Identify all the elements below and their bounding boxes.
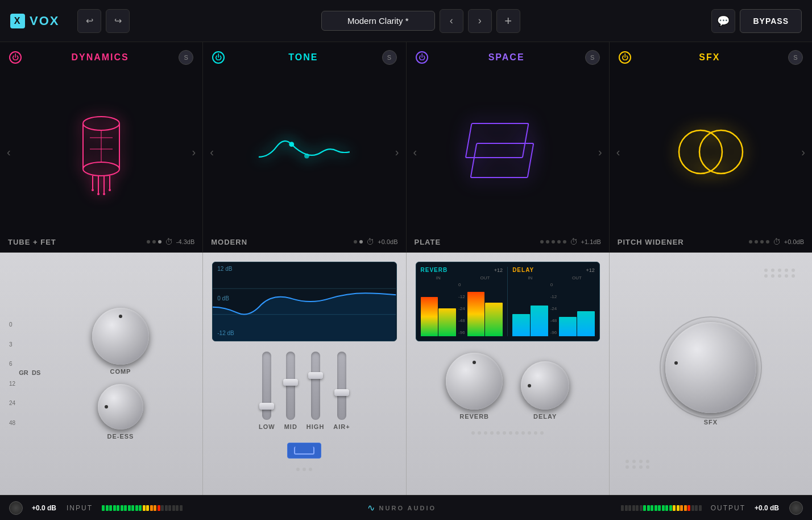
comp-knob[interactable] [92, 308, 149, 365]
in-seg-21 [176, 505, 179, 511]
out-seg-6 [640, 505, 643, 511]
air-slider-group: AIR+ [333, 352, 350, 430]
mid-slider-group: MID [284, 352, 297, 430]
space-title: SPACE [434, 52, 579, 63]
delay-out-bar2 [577, 311, 595, 336]
sfx-title: SFX [637, 52, 782, 63]
delay-out-bars [559, 280, 595, 336]
knob-group: COMP DE-ESS [48, 308, 194, 440]
svg-point-20 [699, 130, 743, 174]
sfx-next-button[interactable]: › [797, 141, 810, 163]
deess-knob-container: DE-ESS [98, 384, 143, 440]
low-label: LOW [259, 423, 275, 430]
mid-slider[interactable] [286, 352, 295, 420]
redo-button[interactable]: ↪ [106, 9, 130, 33]
preset-next-button[interactable]: › [468, 9, 492, 33]
in-seg-22 [180, 505, 183, 511]
delay-out-group: OUT [559, 275, 595, 336]
output-meter-strip [621, 505, 702, 511]
space-power-button[interactable]: ⏻ [416, 51, 428, 64]
sfx-knob-dot [674, 361, 678, 365]
app-logo: X VOX [10, 14, 61, 28]
out-seg-8 [647, 505, 650, 511]
preset-name-display[interactable]: Modern Clarity * [321, 11, 435, 31]
sfx-controls: SFX [610, 253, 812, 495]
message-button[interactable]: 💬 [711, 9, 735, 33]
sfx-knob[interactable] [665, 322, 756, 413]
output-level-indicator[interactable] [789, 501, 803, 515]
tone-prev-button[interactable]: ‹ [205, 141, 218, 163]
bypass-button[interactable]: BYPASS [740, 9, 802, 33]
delay-knob-label: DELAY [533, 413, 557, 420]
brand-center: ∿ NURO AUDIO [192, 502, 612, 513]
dynamics-inner: 0 3 6 12 24 48 GR [9, 262, 193, 486]
dynamics-prev-button[interactable]: ‹ [2, 141, 15, 163]
tone-inner: 12 dB 0 dB -12 dB [212, 262, 396, 486]
tone-history-button[interactable]: ⏱ [366, 237, 374, 246]
dynamics-module: ⏻ DYNAMICS S ‹ [0, 42, 203, 252]
space-settings-button[interactable]: S [585, 50, 600, 65]
tone-next-button[interactable]: › [391, 141, 404, 163]
sfx-settings-button[interactable]: S [788, 50, 803, 65]
out-seg-19 [687, 505, 690, 511]
tone-footer-right: ⏱ +0.0dB [354, 237, 397, 246]
dynamics-preset-label: TUBE + FET [8, 238, 56, 246]
reverb-header: REVERB +12 [421, 267, 503, 273]
dynamics-next-button[interactable]: › [188, 141, 201, 163]
in-seg-4 [113, 505, 116, 511]
scale-3: 3 [9, 341, 15, 348]
tone-power-button[interactable]: ⏻ [212, 51, 225, 64]
air-slider[interactable] [337, 352, 346, 420]
preset-add-button[interactable]: + [496, 9, 520, 33]
out-seg-14 [669, 505, 672, 511]
dynamics-power-button[interactable]: ⏻ [9, 51, 22, 64]
dynamics-history-button[interactable]: ⏱ [165, 237, 173, 246]
delay-knob[interactable] [521, 361, 569, 410]
delay-knob-container: DELAY [521, 361, 569, 420]
low-slider[interactable] [262, 352, 271, 420]
in-seg-5 [117, 505, 119, 511]
lo-cut-button[interactable] [287, 443, 321, 459]
in-seg-20 [172, 505, 175, 511]
tone-db-label: +0.0dB [378, 238, 397, 245]
sfx-footer: PITCH WIDENER ⏱ +0.0dB [610, 234, 812, 252]
out-seg-16 [677, 505, 680, 511]
high-slider[interactable] [311, 352, 320, 420]
sfx-history-button[interactable]: ⏱ [773, 237, 781, 246]
tone-dots [354, 240, 363, 244]
bottom-bar: +0.0 dB INPUT ∿ NURO AUDIO [0, 495, 812, 520]
undo-button[interactable]: ↩ [77, 9, 101, 33]
high-slider-group: HIGH [306, 352, 325, 430]
sfx-inner: SFX [619, 262, 803, 486]
deess-knob[interactable] [98, 384, 143, 430]
message-icon: 💬 [717, 15, 730, 27]
input-level-indicator[interactable] [9, 501, 23, 515]
in-seg-13 [146, 505, 149, 511]
low-thumb[interactable] [259, 403, 274, 410]
space-prev-button[interactable]: ‹ [409, 141, 422, 163]
reverb-knob[interactable] [446, 353, 503, 410]
reverb-knob-dot [473, 361, 476, 364]
space-header: ⏻ SPACE S [407, 42, 609, 69]
delay-in-bar1 [512, 314, 530, 336]
low-slider-group: LOW [259, 352, 275, 430]
in-seg-10 [135, 505, 138, 511]
tone-dot-1 [354, 240, 357, 244]
in-seg-9 [131, 505, 134, 511]
mid-thumb[interactable] [283, 379, 298, 386]
reverb-section: REVERB +12 IN [421, 267, 503, 336]
tone-settings-button[interactable]: S [382, 50, 397, 65]
in-seg-1 [102, 505, 105, 511]
high-thumb[interactable] [308, 372, 323, 379]
delay-section: DELAY +12 IN [512, 267, 595, 336]
sfx-prev-button[interactable]: ‹ [612, 141, 625, 163]
space-next-button[interactable]: › [594, 141, 607, 163]
delay-in-bars [512, 280, 548, 336]
space-visual: ‹ › [407, 69, 609, 234]
in-seg-19 [168, 505, 171, 511]
dynamics-settings-button[interactable]: S [179, 50, 193, 65]
sfx-power-button[interactable]: ⏻ [619, 51, 631, 64]
space-history-button[interactable]: ⏱ [570, 237, 578, 246]
air-thumb[interactable] [334, 389, 349, 396]
preset-prev-button[interactable]: ‹ [440, 9, 463, 33]
